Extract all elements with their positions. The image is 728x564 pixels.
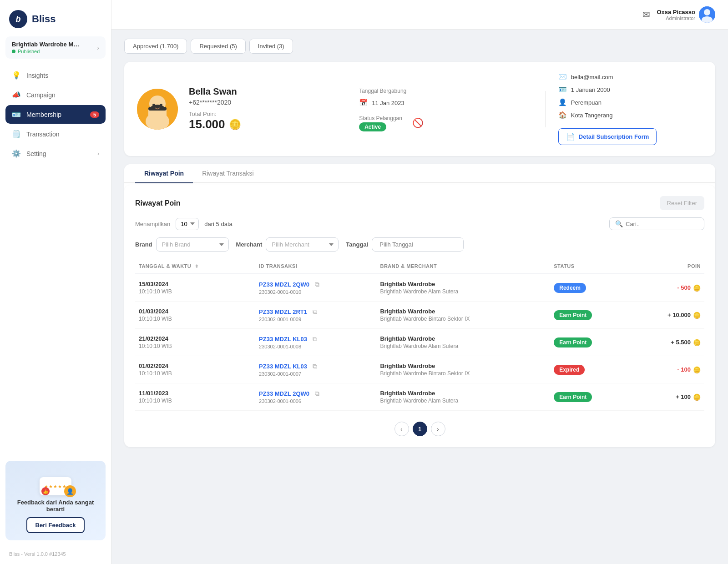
txn-id-link[interactable]: PZ33 MDZL 2QW0 bbox=[259, 390, 309, 397]
table-title: Riwayat Poin bbox=[135, 199, 181, 207]
divider-2 bbox=[545, 91, 546, 127]
copy-icon[interactable]: ⧉ bbox=[315, 390, 319, 397]
sidebar-item-label: Transaction bbox=[26, 131, 60, 138]
brand-cell: Brightlab Wardrobe Brightlab Wardrobe Bi… bbox=[376, 302, 550, 329]
table-row: 21/02/2024 10:10:10 WIB PZ33 MDZL KL03 ⧉… bbox=[135, 329, 704, 356]
feedback-button[interactable]: Beri Feedback bbox=[26, 517, 85, 533]
copy-icon[interactable]: ⧉ bbox=[313, 308, 317, 315]
copy-icon[interactable]: ⧉ bbox=[313, 363, 317, 370]
status-badge: Expired bbox=[554, 365, 585, 375]
points-cell: - 100 🪙 bbox=[632, 356, 705, 383]
col-date: TANGGAL & WAKTU ⬍ bbox=[135, 259, 255, 274]
search-input[interactable] bbox=[626, 221, 698, 227]
txn-sub: 230302-0001-0009 bbox=[259, 317, 373, 322]
prev-page-button[interactable]: ‹ bbox=[394, 422, 409, 436]
profile-birthdate: 1 Januari 2000 bbox=[571, 86, 610, 93]
filter-brand-group: Brand Pilih Brand bbox=[135, 237, 229, 252]
sidebar-item-transaction[interactable]: 🗒️ Transaction bbox=[5, 125, 106, 143]
logo: b Bliss bbox=[0, 0, 111, 36]
status-label: Status Pelanggan bbox=[359, 115, 402, 121]
tab-riwayat-transaksi[interactable]: Riwayat Transaksi bbox=[193, 164, 263, 183]
points-value: - 100 bbox=[677, 366, 691, 373]
page-size-select[interactable]: 10 25 50 bbox=[176, 218, 199, 230]
profile-points: 15.000 🪙 bbox=[189, 117, 333, 131]
table-controls: Menampilkan 10 25 50 dari 5 data 🔍 bbox=[135, 217, 704, 230]
tab-approved[interactable]: Approved (1.700) bbox=[124, 39, 187, 54]
points-value: - 500 bbox=[677, 284, 691, 291]
sidebar-item-label: Insights bbox=[26, 72, 48, 79]
mail-icon[interactable]: ✉ bbox=[642, 9, 650, 20]
org-selector[interactable]: Brightlab Wardrobe Member... Published › bbox=[5, 36, 106, 59]
coin-icon: 🪙 bbox=[693, 284, 701, 292]
profile-avatar-image bbox=[137, 89, 178, 130]
table-body: 15/03/2024 10:10:10 WIB PZ33 MDZL 2QW0 ⧉… bbox=[135, 274, 704, 411]
filter-brand-select[interactable]: Pilih Brand bbox=[156, 237, 229, 252]
topbar-role: Administrator bbox=[657, 15, 695, 21]
date-cell: 15/03/2024 10:10:10 WIB bbox=[135, 274, 255, 302]
txn-id-link[interactable]: PZ33 MDZL KL03 bbox=[259, 363, 307, 370]
sidebar-item-setting[interactable]: ⚙️ Setting › bbox=[5, 144, 106, 163]
date-cell: 01/02/2024 10:10:10 WIB bbox=[135, 356, 255, 383]
txn-id-link[interactable]: PZ33 MDZL KL03 bbox=[259, 336, 307, 342]
org-info: Brightlab Wardrobe Member... Published bbox=[12, 41, 80, 54]
avatar-image bbox=[699, 6, 715, 23]
person-icon: 👤 bbox=[558, 98, 566, 106]
main-area: ✉ Oxsa Picasso Administrator Approved (1… bbox=[111, 0, 728, 564]
avatar[interactable] bbox=[699, 6, 715, 23]
doc-icon: 📄 bbox=[566, 132, 575, 141]
filter-date-label: Tanggal bbox=[346, 241, 368, 248]
tab-riwayat-poin[interactable]: Riwayat Poin bbox=[135, 164, 193, 183]
email-row: ✉️ bella@mail.com bbox=[558, 73, 703, 81]
pagination: ‹ 1 › bbox=[135, 422, 704, 436]
merchant-name: Brightlab Wardrobe Alam Sutera bbox=[380, 398, 546, 404]
profile-gender: Perempuan bbox=[571, 99, 602, 106]
filter-date-input[interactable] bbox=[372, 237, 464, 252]
reset-filter-button[interactable]: Reset Filter bbox=[660, 196, 704, 210]
brand-cell: Brightlab Wardrobe Brightlab Wardrobe Al… bbox=[376, 383, 550, 411]
id-icon: 🪪 bbox=[558, 86, 566, 94]
copy-icon[interactable]: ⧉ bbox=[315, 281, 319, 288]
table-container: Riwayat Poin Riwayat Transaksi Riwayat P… bbox=[124, 164, 715, 447]
status-badge: Earn Point bbox=[554, 337, 592, 347]
table-card: Riwayat Poin Reset Filter Menampilkan 10… bbox=[124, 185, 715, 447]
version-label: Bliss - Versi 1.0.0 #12345 bbox=[0, 546, 111, 564]
status-cell: Earn Point bbox=[550, 383, 632, 411]
sidebar-item-campaign[interactable]: 📣 Campaign bbox=[5, 86, 106, 104]
page-1-button[interactable]: 1 bbox=[413, 422, 427, 436]
txn-cell: PZ33 MDZL KL03 ⧉ 230302-0001-0007 bbox=[255, 356, 376, 383]
sidebar-item-insights[interactable]: 💡 Insights bbox=[5, 66, 106, 85]
filter-merchant-label: Merchant bbox=[236, 241, 263, 248]
svg-point-1 bbox=[704, 9, 710, 15]
profile-name: Bella Swan bbox=[189, 86, 333, 97]
txn-id-link[interactable]: PZ33 MDZL 2QW0 bbox=[259, 281, 309, 288]
status-cell: Expired bbox=[550, 356, 632, 383]
svg-point-9 bbox=[160, 104, 162, 106]
date-cell: 01/03/2024 10:10:10 WIB bbox=[135, 302, 255, 329]
txn-id-link[interactable]: PZ33 MDZL 2RT1 bbox=[259, 308, 307, 315]
txn-sub: 230302-0001-0010 bbox=[259, 289, 373, 295]
topbar: ✉ Oxsa Picasso Administrator bbox=[111, 0, 728, 30]
search-box: 🔍 bbox=[609, 217, 704, 230]
profile-meta: Tanggal Bergabung 📅 11 Jan 2023 Status P… bbox=[359, 88, 532, 130]
sidebar-item-membership[interactable]: 🪪 Membership 5 bbox=[5, 105, 106, 124]
filter-merchant-select[interactable]: Pilih Merchant bbox=[266, 237, 339, 252]
table-row: 01/02/2024 10:10:10 WIB PZ33 MDZL KL03 ⧉… bbox=[135, 356, 704, 383]
data-count: dari 5 data bbox=[204, 221, 232, 227]
brand-name: Brightlab Wardrobe bbox=[380, 390, 546, 397]
detail-subscription-button[interactable]: 📄 Detail Subscription Form bbox=[558, 128, 657, 145]
status-badge: Earn Point bbox=[554, 310, 592, 320]
filter-date-group: Tanggal bbox=[346, 237, 464, 252]
org-status: Published bbox=[12, 49, 80, 54]
col-brand: BRAND & MERCHANT bbox=[376, 259, 550, 274]
copy-icon[interactable]: ⧉ bbox=[313, 335, 317, 342]
points-cell: - 500 🪙 bbox=[632, 274, 705, 302]
sidebar-item-label: Membership bbox=[26, 111, 61, 118]
showing-label: Menampilkan bbox=[135, 221, 170, 227]
table-head: TANGGAL & WAKTU ⬍ ID TRANSAKSI BRAND & M… bbox=[135, 259, 704, 274]
join-date: 11 Jan 2023 bbox=[372, 100, 404, 106]
tab-requested[interactable]: Requested (5) bbox=[191, 39, 245, 54]
next-page-button[interactable]: › bbox=[431, 422, 445, 436]
join-date-row: 📅 11 Jan 2023 bbox=[359, 99, 532, 107]
tab-invited[interactable]: Invited (3) bbox=[249, 39, 293, 54]
sidebar-nav: 💡 Insights 📣 Campaign 🪪 Membership 5 🗒️ … bbox=[0, 62, 111, 455]
